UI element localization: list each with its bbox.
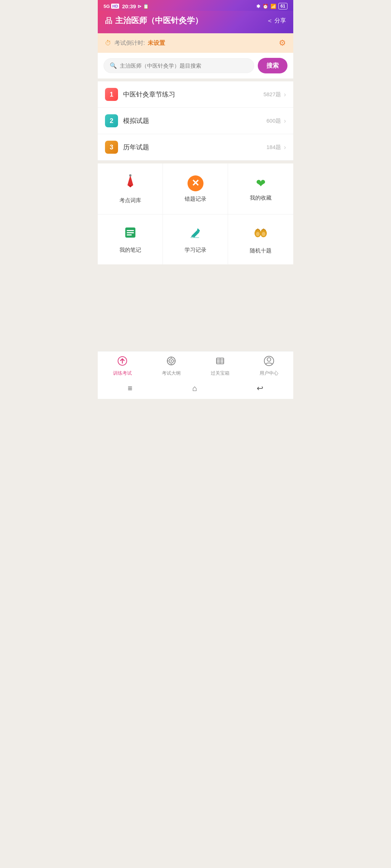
tool-kaodian[interactable]: 考点词库 (98, 163, 163, 214)
tool-xuexi[interactable]: 学习记录 (163, 214, 228, 264)
search-input[interactable] (120, 63, 248, 69)
nav-icon: ⊳ (138, 4, 142, 9)
wifi-icon: 📶 (270, 4, 276, 9)
tool-label-cuoti: 错题记录 (185, 196, 206, 203)
empty-content-area (98, 264, 293, 351)
search-input-wrap: 🔍 (104, 58, 254, 73)
back-button[interactable]: ↩ (257, 384, 263, 393)
tool-shoucang[interactable]: ❤ 我的收藏 (228, 163, 293, 214)
bottom-nav: 训练考试 考试大纲 过关宝箱 (98, 351, 293, 379)
tools-grid: 考点词库 ✕ 错题记录 ❤ 我的收藏 我的笔记 (98, 163, 293, 264)
pencil-icon (122, 174, 138, 193)
notes-icon (123, 225, 138, 242)
category-item-2[interactable]: 2 模拟试题 600题 › (98, 108, 293, 134)
svg-point-16 (171, 360, 172, 362)
search-button[interactable]: 搜索 (258, 58, 287, 73)
nav-label-user: 用户中心 (260, 370, 278, 376)
svg-rect-6 (127, 234, 132, 235)
svg-rect-4 (127, 230, 134, 231)
svg-point-11 (256, 232, 260, 236)
tool-label-shoucang: 我的收藏 (250, 195, 272, 201)
arrow-icon-1: › (284, 91, 286, 98)
time-display: 20:39 (122, 3, 136, 9)
nav-label-train: 训练考试 (113, 370, 132, 376)
tool-label-kaodian: 考点词库 (119, 197, 141, 204)
svg-rect-7 (190, 237, 199, 238)
category-count-3: 184题 (266, 144, 281, 151)
search-icon: 🔍 (110, 62, 117, 69)
home-button[interactable]: ⌂ (192, 384, 197, 393)
svg-rect-2 (129, 174, 131, 176)
countdown-label: 考试倒计时: (114, 39, 145, 47)
category-name-1: 中医针灸章节练习 (123, 90, 264, 99)
x-circle-icon: ✕ (188, 175, 203, 191)
heart-icon: ❤ (256, 176, 266, 190)
countdown-text: ⏱ 考试倒计时: 未设置 (105, 39, 165, 47)
nav-item-user[interactable]: 用户中心 (255, 356, 283, 376)
target-icon (166, 356, 176, 369)
book-icon (215, 356, 225, 369)
status-right: ✱ ⏰ 📶 61 (256, 3, 287, 9)
status-left: 5G HD 20:39 ⊳ 📋 (104, 3, 149, 9)
svg-point-12 (262, 232, 265, 236)
nav-item-train[interactable]: 训练考试 (108, 356, 137, 376)
tool-label-xuexi: 学习记录 (185, 247, 206, 254)
battery-icon: 61 (278, 3, 287, 9)
page-title: 主治医师（中医针灸学） (115, 15, 203, 26)
nav-item-treasure[interactable]: 过关宝箱 (206, 356, 235, 376)
category-item-3[interactable]: 3 历年试题 184题 › (98, 134, 293, 161)
tool-suiji[interactable]: 随机十题 (228, 214, 293, 264)
category-count-2: 600题 (266, 118, 281, 124)
category-name-3: 历年试题 (123, 143, 266, 152)
tool-cuoti[interactable]: ✕ 错题记录 (163, 163, 228, 214)
share-button[interactable]: ＜ 分享 (266, 16, 286, 25)
edit-icon (188, 225, 203, 242)
countdown-bar: ⏱ 考试倒计时: 未设置 ⚙ (98, 33, 293, 53)
nav-label-outline: 考试大纲 (162, 370, 181, 376)
category-count-1: 5827题 (264, 91, 281, 98)
app-icon: 品 (105, 16, 112, 26)
arrow-icon-2: › (284, 117, 286, 125)
user-icon (264, 356, 274, 369)
countdown-value: 未设置 (148, 39, 165, 47)
nav-item-outline[interactable]: 考试大纲 (157, 356, 186, 376)
category-num-3: 3 (105, 141, 118, 154)
status-bar: 5G HD 20:39 ⊳ 📋 ✱ ⏰ 📶 61 (98, 0, 293, 11)
header: 品 主治医师（中医针灸学） ＜ 分享 (98, 11, 293, 33)
home-icon (117, 356, 127, 369)
svg-rect-10 (259, 232, 262, 234)
category-num-1: 1 (105, 88, 118, 101)
category-name-2: 模拟试题 (123, 116, 266, 125)
settings-icon[interactable]: ⚙ (279, 38, 286, 48)
menu-button[interactable]: ≡ (128, 384, 133, 393)
tool-label-biji: 我的笔记 (119, 247, 141, 254)
tool-label-suiji: 随机十题 (250, 247, 272, 254)
search-container: 🔍 搜索 (98, 53, 293, 78)
category-item-1[interactable]: 1 中医针灸章节练习 5827题 › (98, 81, 293, 108)
alarm-icon: ⏰ (262, 4, 268, 9)
arrow-icon-3: › (284, 144, 286, 151)
notification-icon: 📋 (143, 4, 149, 9)
share-icon: ＜ (266, 16, 273, 25)
nav-label-treasure: 过关宝箱 (211, 370, 230, 376)
svg-rect-5 (127, 232, 134, 233)
category-list: 1 中医针灸章节练习 5827题 › 2 模拟试题 600题 › 3 历年试题 … (98, 81, 293, 161)
bluetooth-icon: ✱ (256, 4, 260, 9)
system-nav: ≡ ⌂ ↩ (98, 379, 293, 399)
clock-icon: ⏱ (105, 39, 112, 47)
header-title: 品 主治医师（中医针灸学） (105, 15, 203, 26)
svg-point-26 (267, 358, 271, 361)
signal-icon: 5G (104, 4, 110, 9)
share-label: 分享 (274, 17, 286, 25)
binoculars-icon (253, 225, 269, 243)
category-num-2: 2 (105, 114, 118, 127)
tool-biji[interactable]: 我的笔记 (98, 214, 163, 264)
hd-icon: HD (111, 4, 119, 9)
